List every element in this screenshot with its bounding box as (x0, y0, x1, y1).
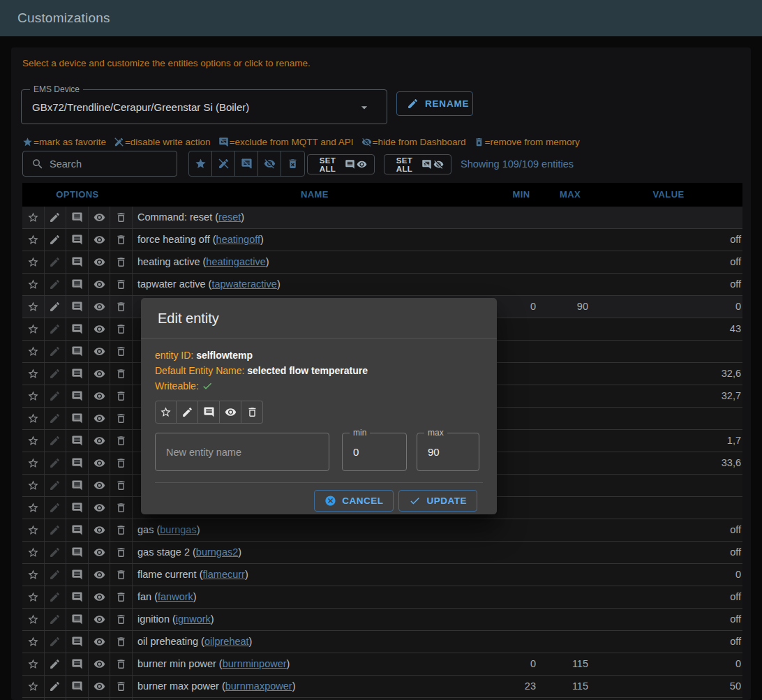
visibility-toggle[interactable] (89, 586, 111, 608)
entity-link[interactable]: burnminpower (223, 658, 287, 669)
visibility-toggle[interactable] (89, 296, 111, 318)
favorite-toggle[interactable] (22, 207, 45, 228)
visibility-toggle[interactable] (89, 229, 111, 251)
edit-entity-button[interactable] (45, 207, 67, 228)
mqtt-exclude-toggle[interactable] (66, 586, 89, 608)
mqtt-exclude-toggle[interactable] (66, 653, 89, 675)
favorite-toggle[interactable] (22, 564, 45, 586)
delete-toggle[interactable] (110, 564, 133, 586)
mqtt-exclude-toggle[interactable] (66, 341, 89, 362)
favorite-toggle[interactable] (22, 363, 45, 385)
favorite-toggle[interactable] (22, 430, 45, 452)
entity-link[interactable]: flamecurr (202, 569, 244, 580)
delete-toggle[interactable] (110, 318, 133, 340)
entity-link[interactable]: heatingactive (206, 256, 265, 267)
favorite-toggle[interactable] (22, 385, 45, 407)
favorite-toggle[interactable] (22, 653, 45, 675)
delete-toggle[interactable] (110, 475, 133, 496)
delete-toggle[interactable] (110, 229, 133, 251)
entity-link[interactable]: heatingoff (216, 234, 260, 245)
min-field[interactable]: min (342, 433, 407, 471)
visibility-toggle[interactable] (89, 430, 111, 452)
mqtt-exclude-toggle[interactable] (66, 430, 89, 452)
favorite-toggle[interactable] (22, 475, 45, 496)
delete-toggle[interactable] (110, 251, 133, 273)
max-field[interactable]: max (417, 433, 479, 471)
delete-toggle[interactable] (110, 296, 133, 318)
mqtt-exclude-toggle[interactable] (66, 452, 89, 474)
delete-toggle[interactable] (110, 542, 133, 563)
visibility-toggle[interactable] (89, 385, 111, 407)
visibility-toggle[interactable] (89, 653, 111, 675)
favorite-toggle[interactable] (155, 401, 177, 424)
delete-toggle[interactable] (110, 497, 133, 519)
edit-entity-button[interactable] (45, 653, 67, 675)
mqtt-exclude-toggle[interactable] (66, 497, 89, 519)
favorite-toggle[interactable] (22, 676, 45, 697)
mqtt-exclude-toggle[interactable] (66, 296, 89, 318)
visibility-toggle[interactable] (89, 207, 111, 228)
delete-toggle[interactable] (110, 207, 133, 228)
mqtt-exclude-toggle[interactable] (66, 609, 89, 630)
delete-toggle[interactable] (110, 452, 133, 474)
entity-link[interactable]: fanwork (158, 591, 193, 602)
delete-toggle[interactable] (110, 430, 133, 452)
visibility-toggle[interactable] (220, 401, 241, 424)
delete-toggle[interactable] (110, 676, 133, 697)
edit-entity-button[interactable] (45, 296, 67, 318)
edit-entity-button[interactable] (45, 229, 67, 251)
favorite-toggle[interactable] (22, 519, 45, 541)
mqtt-exclude-toggle[interactable] (66, 385, 89, 407)
new-entity-name-field[interactable] (155, 433, 329, 471)
mqtt-exclude-toggle[interactable] (66, 564, 89, 586)
mqtt-exclude-toggle[interactable] (66, 318, 89, 340)
favorite-toggle[interactable] (22, 274, 45, 295)
min-input[interactable] (343, 433, 406, 470)
favorite-toggle[interactable] (22, 542, 45, 563)
visibility-toggle[interactable] (89, 408, 111, 429)
favorite-toggle[interactable] (22, 452, 45, 474)
delete-toggle[interactable] (110, 341, 133, 362)
edit-off-filter-button[interactable] (212, 151, 235, 176)
entity-link[interactable]: tapwateractive (211, 278, 277, 290)
favorite-toggle[interactable] (22, 631, 45, 653)
mqtt-exclude-toggle[interactable] (66, 408, 89, 429)
mqtt-exclude-toggle[interactable] (66, 274, 89, 295)
mqtt-exclude-toggle[interactable] (198, 401, 220, 424)
write-toggle[interactable] (177, 401, 198, 424)
visibility-toggle[interactable] (89, 631, 111, 653)
mqtt-exclude-toggle[interactable] (66, 676, 89, 697)
mqtt-exclude-toggle[interactable] (66, 475, 89, 496)
visibility-toggle[interactable] (89, 497, 111, 519)
delete-toggle[interactable] (110, 609, 133, 630)
cancel-button[interactable]: CANCEL (314, 490, 394, 512)
comment-off-filter-button[interactable] (235, 151, 258, 176)
visibility-toggle[interactable] (89, 519, 111, 541)
set-all-show-button[interactable]: SET ALL (307, 154, 375, 174)
mqtt-exclude-toggle[interactable] (66, 229, 89, 251)
entity-link[interactable]: burngas (160, 524, 196, 535)
favorite-toggle[interactable] (22, 296, 45, 318)
new-entity-name-input[interactable] (156, 433, 329, 470)
entity-link[interactable]: oilpreheat (204, 636, 249, 647)
mqtt-exclude-toggle[interactable] (66, 251, 89, 273)
visibility-toggle[interactable] (89, 452, 111, 474)
favorite-toggle[interactable] (22, 251, 45, 273)
favorite-toggle[interactable] (22, 341, 45, 362)
visibility-off-filter-button[interactable] (258, 151, 281, 176)
delete-forever-filter-button[interactable] (281, 151, 304, 176)
rename-button[interactable]: RENAME (396, 91, 473, 116)
delete-toggle[interactable] (110, 519, 133, 541)
delete-toggle[interactable] (110, 363, 133, 385)
visibility-toggle[interactable] (89, 542, 111, 563)
delete-toggle[interactable] (241, 401, 263, 424)
visibility-toggle[interactable] (89, 318, 111, 340)
favorite-toggle[interactable] (22, 609, 45, 630)
visibility-toggle[interactable] (89, 251, 111, 273)
favorite-toggle[interactable] (22, 408, 45, 429)
delete-toggle[interactable] (110, 631, 133, 653)
delete-toggle[interactable] (110, 274, 133, 295)
delete-toggle[interactable] (110, 653, 133, 675)
delete-toggle[interactable] (110, 586, 133, 608)
entity-link[interactable]: burngas2 (196, 546, 238, 558)
